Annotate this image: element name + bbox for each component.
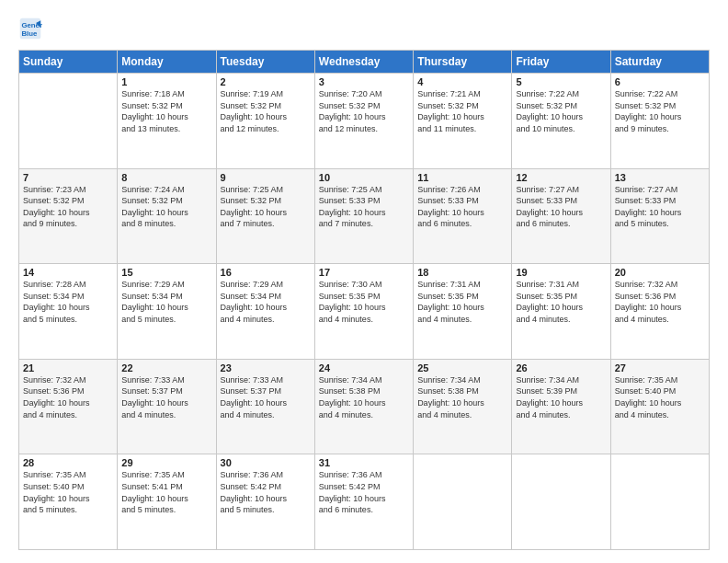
calendar-cell: 17Sunrise: 7:30 AM Sunset: 5:35 PM Dayli… [314, 264, 413, 360]
calendar-cell: 15Sunrise: 7:29 AM Sunset: 5:34 PM Dayli… [118, 264, 216, 360]
day-info: Sunrise: 7:29 AM Sunset: 5:34 PM Dayligh… [221, 279, 311, 325]
calendar-cell [610, 454, 709, 550]
calendar-cell: 25Sunrise: 7:34 AM Sunset: 5:38 PM Dayli… [414, 359, 512, 454]
calendar-cell: 4Sunrise: 7:21 AM Sunset: 5:32 PM Daylig… [414, 74, 512, 169]
calendar-cell: 9Sunrise: 7:25 AM Sunset: 5:32 PM Daylig… [216, 168, 314, 264]
calendar-cell: 20Sunrise: 7:32 AM Sunset: 5:36 PM Dayli… [610, 264, 709, 360]
logo: General Blue [18, 17, 46, 40]
calendar-cell: 2Sunrise: 7:19 AM Sunset: 5:32 PM Daylig… [216, 74, 314, 169]
calendar-cell: 22Sunrise: 7:33 AM Sunset: 5:37 PM Dayli… [118, 359, 216, 454]
day-info: Sunrise: 7:30 AM Sunset: 5:35 PM Dayligh… [319, 279, 409, 325]
weekday-header: Friday [512, 51, 610, 74]
day-info: Sunrise: 7:34 AM Sunset: 5:38 PM Dayligh… [319, 374, 409, 420]
day-info: Sunrise: 7:33 AM Sunset: 5:37 PM Dayligh… [221, 374, 311, 420]
calendar-cell: 3Sunrise: 7:20 AM Sunset: 5:32 PM Daylig… [314, 74, 413, 169]
calendar-cell: 14Sunrise: 7:28 AM Sunset: 5:34 PM Dayli… [19, 264, 118, 360]
calendar-cell: 5Sunrise: 7:22 AM Sunset: 5:32 PM Daylig… [512, 74, 610, 169]
day-number: 26 [516, 362, 606, 373]
svg-text:Blue: Blue [21, 29, 38, 38]
day-info: Sunrise: 7:22 AM Sunset: 5:32 PM Dayligh… [615, 88, 705, 134]
day-info: Sunrise: 7:36 AM Sunset: 5:42 PM Dayligh… [221, 469, 311, 515]
day-number: 30 [221, 457, 311, 468]
day-number: 18 [417, 267, 507, 278]
calendar-cell: 27Sunrise: 7:35 AM Sunset: 5:40 PM Dayli… [610, 359, 709, 454]
calendar-cell: 18Sunrise: 7:31 AM Sunset: 5:35 PM Dayli… [414, 264, 512, 360]
logo-icon: General Blue [18, 17, 42, 40]
weekday-header: Tuesday [216, 51, 314, 74]
day-info: Sunrise: 7:31 AM Sunset: 5:35 PM Dayligh… [417, 279, 507, 325]
day-info: Sunrise: 7:29 AM Sunset: 5:34 PM Dayligh… [121, 279, 211, 325]
day-number: 31 [319, 457, 409, 468]
day-number: 5 [516, 76, 606, 87]
calendar-cell [512, 454, 610, 550]
day-info: Sunrise: 7:36 AM Sunset: 5:42 PM Dayligh… [319, 469, 409, 515]
day-info: Sunrise: 7:35 AM Sunset: 5:41 PM Dayligh… [121, 469, 211, 515]
day-number: 2 [221, 76, 311, 87]
day-info: Sunrise: 7:35 AM Sunset: 5:40 PM Dayligh… [23, 469, 113, 515]
day-number: 24 [319, 362, 409, 373]
day-number: 20 [615, 267, 705, 278]
calendar-cell: 13Sunrise: 7:27 AM Sunset: 5:33 PM Dayli… [610, 168, 709, 264]
day-info: Sunrise: 7:19 AM Sunset: 5:32 PM Dayligh… [221, 88, 311, 134]
day-number: 27 [615, 362, 705, 373]
day-info: Sunrise: 7:33 AM Sunset: 5:37 PM Dayligh… [121, 374, 211, 420]
day-info: Sunrise: 7:35 AM Sunset: 5:40 PM Dayligh… [615, 374, 705, 420]
day-number: 9 [221, 172, 311, 183]
calendar-cell [414, 454, 512, 550]
day-number: 28 [23, 457, 113, 468]
calendar-cell: 12Sunrise: 7:27 AM Sunset: 5:33 PM Dayli… [512, 168, 610, 264]
day-number: 12 [516, 172, 606, 183]
day-info: Sunrise: 7:28 AM Sunset: 5:34 PM Dayligh… [23, 279, 113, 325]
day-number: 3 [319, 76, 409, 87]
day-info: Sunrise: 7:27 AM Sunset: 5:33 PM Dayligh… [615, 184, 705, 230]
calendar-cell: 11Sunrise: 7:26 AM Sunset: 5:33 PM Dayli… [414, 168, 512, 264]
day-number: 21 [23, 362, 113, 373]
day-number: 7 [23, 172, 113, 183]
day-info: Sunrise: 7:21 AM Sunset: 5:32 PM Dayligh… [417, 88, 507, 134]
weekday-header: Wednesday [314, 51, 413, 74]
day-number: 13 [615, 172, 705, 183]
day-number: 6 [615, 76, 705, 87]
header: General Blue [18, 17, 710, 40]
page: General Blue SundayMondayTuesdayWednesda… [0, 0, 728, 563]
day-number: 16 [221, 267, 311, 278]
day-info: Sunrise: 7:25 AM Sunset: 5:33 PM Dayligh… [319, 184, 409, 230]
day-number: 11 [417, 172, 507, 183]
day-number: 25 [417, 362, 507, 373]
calendar-cell: 6Sunrise: 7:22 AM Sunset: 5:32 PM Daylig… [610, 74, 709, 169]
weekday-header: Saturday [610, 51, 709, 74]
calendar-cell: 1Sunrise: 7:18 AM Sunset: 5:32 PM Daylig… [118, 74, 216, 169]
calendar-cell: 24Sunrise: 7:34 AM Sunset: 5:38 PM Dayli… [314, 359, 413, 454]
day-number: 19 [516, 267, 606, 278]
calendar-cell: 16Sunrise: 7:29 AM Sunset: 5:34 PM Dayli… [216, 264, 314, 360]
day-info: Sunrise: 7:34 AM Sunset: 5:38 PM Dayligh… [417, 374, 507, 420]
calendar-cell: 23Sunrise: 7:33 AM Sunset: 5:37 PM Dayli… [216, 359, 314, 454]
calendar-cell: 19Sunrise: 7:31 AM Sunset: 5:35 PM Dayli… [512, 264, 610, 360]
calendar-cell: 30Sunrise: 7:36 AM Sunset: 5:42 PM Dayli… [216, 454, 314, 550]
weekday-header: Sunday [19, 51, 118, 74]
day-number: 10 [319, 172, 409, 183]
day-info: Sunrise: 7:34 AM Sunset: 5:39 PM Dayligh… [516, 374, 606, 420]
day-info: Sunrise: 7:24 AM Sunset: 5:32 PM Dayligh… [121, 184, 211, 230]
day-info: Sunrise: 7:32 AM Sunset: 5:36 PM Dayligh… [615, 279, 705, 325]
day-number: 15 [121, 267, 211, 278]
day-number: 4 [417, 76, 507, 87]
day-number: 8 [121, 172, 211, 183]
day-number: 14 [23, 267, 113, 278]
calendar-cell: 7Sunrise: 7:23 AM Sunset: 5:32 PM Daylig… [19, 168, 118, 264]
day-number: 22 [121, 362, 211, 373]
day-number: 1 [121, 76, 211, 87]
calendar-cell: 10Sunrise: 7:25 AM Sunset: 5:33 PM Dayli… [314, 168, 413, 264]
calendar-cell: 8Sunrise: 7:24 AM Sunset: 5:32 PM Daylig… [118, 168, 216, 264]
day-info: Sunrise: 7:32 AM Sunset: 5:36 PM Dayligh… [23, 374, 113, 420]
calendar-cell [19, 74, 118, 169]
calendar-cell: 26Sunrise: 7:34 AM Sunset: 5:39 PM Dayli… [512, 359, 610, 454]
calendar-cell: 29Sunrise: 7:35 AM Sunset: 5:41 PM Dayli… [118, 454, 216, 550]
day-info: Sunrise: 7:31 AM Sunset: 5:35 PM Dayligh… [516, 279, 606, 325]
day-info: Sunrise: 7:22 AM Sunset: 5:32 PM Dayligh… [516, 88, 606, 134]
calendar-cell: 28Sunrise: 7:35 AM Sunset: 5:40 PM Dayli… [19, 454, 118, 550]
day-number: 17 [319, 267, 409, 278]
day-info: Sunrise: 7:20 AM Sunset: 5:32 PM Dayligh… [319, 88, 409, 134]
day-number: 23 [221, 362, 311, 373]
day-info: Sunrise: 7:27 AM Sunset: 5:33 PM Dayligh… [516, 184, 606, 230]
